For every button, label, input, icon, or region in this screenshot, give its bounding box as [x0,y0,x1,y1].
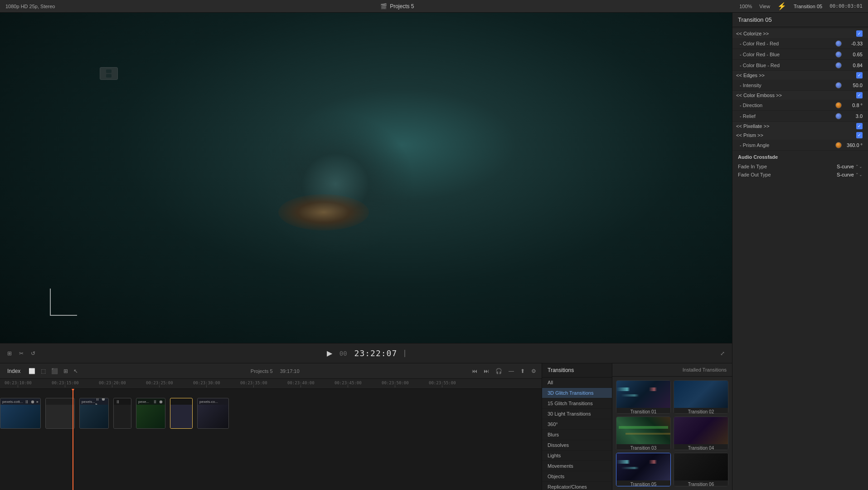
transition-thumb-06[interactable]: Transition 06 [674,453,728,486]
trans-category-3d-glitch-transitions[interactable]: 3D Glitch Transitions [542,388,612,398]
clip-4[interactable]: ⏸ [113,398,131,429]
transition-thumb-02[interactable]: Transition 02 [674,380,728,414]
top-timecode: 00:00:03:01 [829,3,863,9]
clip-3[interactable]: pexels... ⏸ ⏺ ▶ [79,398,109,429]
transition-label-05: Transition 05 [616,480,670,486]
next-icon[interactable]: ⏭ [482,367,491,375]
view-btn[interactable]: View [759,4,770,9]
glitch-line-1 [616,460,670,464]
panel-title: Transition 05 [738,16,772,23]
index-tab[interactable]: Index [4,367,24,375]
clip-4-controls[interactable]: ⏸ [116,399,120,404]
colorize-section: << Colorize >> ✓ [732,29,868,38]
clip-5-header: pexe... ⏸ ⏺ [136,398,165,405]
colorize-checkbox[interactable]: ✓ [856,30,863,37]
trans-category-dissolves[interactable]: Dissolves [542,440,612,451]
properties-list: << Colorize >> ✓ - Color Red - Red -0.33… [732,27,868,490]
video-background [0,13,732,343]
color-emboss-checkbox[interactable]: ✓ [856,92,863,98]
edges-checkbox[interactable]: ✓ [856,72,863,78]
transition-thumb-05[interactable]: Transition 05 [616,453,671,486]
direction-row[interactable]: - Direction 0.8 ° [732,100,868,111]
timeline-tracks[interactable]: pexels-cott... ⏸ ⏺ ▶ [0,389,542,490]
transitions-panel: Transitions All3D Glitch Transitions15 G… [542,363,732,490]
fullscreen-icon[interactable]: ⤢ [718,349,727,358]
fade-in-row[interactable]: Fade In Type S-curve ⌃⌄ [738,162,863,171]
trans-category-30-light-transitions[interactable]: 30 Light Transitions [542,409,612,419]
color-red-red-dial[interactable] [835,40,842,47]
clip3-icon[interactable]: ⬛ [49,367,60,375]
prism-angle-row[interactable]: - Prism Angle 360.0 ° [732,140,868,151]
undo-icon[interactable]: ↺ [29,349,37,358]
ruler-tick-0: 00:23:10:00 [5,381,32,387]
color-red-blue-dial[interactable] [835,51,842,58]
project-center: 🎬 Projects 5 [380,3,414,10]
prism-angle-dial[interactable] [835,142,842,148]
color-red-blue-row[interactable]: - Color Red - Blue 0.65 [732,49,868,60]
transition-thumb-01[interactable]: Transition 01 [616,380,671,414]
fade-in-label: Fade In Type [738,164,767,169]
intensity-row[interactable]: - Intensity 50.0 [732,80,868,91]
clip-6-selected[interactable] [170,398,193,429]
direction-dial[interactable] [835,102,842,108]
clip-1-controls[interactable]: ⏸ ⏺ ▶ [24,399,39,404]
fade-in-value[interactable]: S-curve ⌃⌄ [837,164,863,169]
export-icon[interactable]: ⬆ [519,367,527,375]
prev-icon[interactable]: ⏮ [470,367,479,375]
clip-1-label: pexels-cott... [2,400,23,404]
color-red-red-row[interactable]: - Color Red - Red -0.33 [732,38,868,49]
clip-7[interactable]: pexels-co... [197,398,229,429]
clip-5-controls[interactable]: ⏸ ⏺ [153,399,163,404]
grid-icon[interactable]: ⊞ [62,367,70,375]
preview-timecode: 23:22:07 [354,348,398,358]
color-blue-red-row[interactable]: - Color Blue - Red 0.84 [732,60,868,71]
play-button[interactable]: ▶ [327,349,332,358]
relief-value: 3.0 [844,113,863,119]
select-icon[interactable]: ↖ [72,367,80,375]
fade-out-row[interactable]: Fade Out Type S-curve ⌃⌄ [738,171,863,179]
headphone-icon[interactable]: 🎧 [494,367,504,375]
top-bar: 1080p HD 25p, Stereo 🎬 Projects 5 100% V… [0,0,868,13]
zoom-level[interactable]: 100% [739,4,752,9]
transitions-grid: Installed Transitions Transition 01Trans… [612,363,732,490]
ruler-tick-4: 00:23:30:00 [193,381,220,387]
trans-category-movements[interactable]: Movements [542,461,612,471]
transition-thumb-04[interactable]: Transition 04 [674,416,728,450]
transition-thumb-03[interactable]: Transition 03 [616,416,671,450]
relief-row[interactable]: - Relief 3.0 [732,111,868,122]
trans-category-all[interactable]: All [542,377,612,388]
clip-5-label: pexe... [138,400,149,404]
trans-category-blurs[interactable]: Blurs [542,430,612,440]
timeline-zoom: ⏮ ⏭ 🎧 — ⬆ ⚙ [470,367,538,375]
trans-category-replicator/clones[interactable]: Replicator/Clones [542,482,612,490]
ruler-tick-9: 00:23:55:00 [429,381,456,387]
playhead [73,389,73,490]
settings-icon[interactable]: ⚙ [529,367,538,375]
relief-dial[interactable] [835,113,842,119]
layout-icon[interactable]: ⊞ [5,349,14,358]
clip-icon[interactable]: ⬜ [27,367,37,375]
zoom-out-icon[interactable]: — [507,367,516,375]
clip2-icon[interactable]: ⬚ [39,367,48,375]
clip-3-header: pexels... ⏸ ⏺ ▶ [80,398,108,405]
trans-category-15-glitch-transitions[interactable]: 15 Glitch Transitions [542,398,612,409]
fade-out-value[interactable]: S-curve ⌃⌄ [837,172,863,177]
trans-category-360°[interactable]: 360° [542,419,612,430]
clip-2[interactable] [45,398,75,429]
fade-out-arrow: ⌃⌄ [855,172,863,177]
clip-7-label: pexels-co... [199,400,218,404]
trans-category-objects[interactable]: Objects [542,471,612,482]
clip-1[interactable]: pexels-cott... ⏸ ⏺ ▶ [0,398,41,429]
trans-category-lights[interactable]: Lights [542,451,612,461]
pixellate-label: << Pixellate >> [736,123,769,129]
track-clips: pexels-cott... ⏸ ⏺ ▶ [0,398,542,434]
frame-overlay [50,289,77,316]
pixellate-checkbox[interactable]: ✓ [856,123,863,129]
clip-5[interactable]: pexe... ⏸ ⏺ [136,398,165,429]
color-blue-red-dial[interactable] [835,62,842,69]
intensity-dial[interactable] [835,82,842,88]
intensity-label: - Intensity [740,83,835,88]
prism-checkbox[interactable]: ✓ [856,132,863,138]
tool-icon[interactable]: ✂ [17,349,25,358]
direction-value: 0.8 ° [844,103,863,108]
